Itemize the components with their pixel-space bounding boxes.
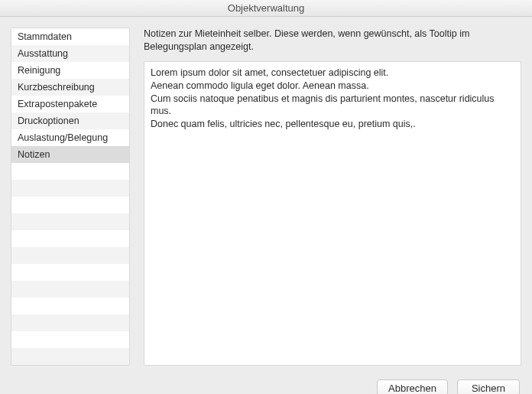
sidebar-item[interactable]: Kurzbeschreibung — [11, 79, 129, 96]
sidebar-item[interactable]: Stammdaten — [11, 28, 129, 45]
sidebar-empty-row — [11, 213, 129, 230]
sidebar-empty-row — [11, 163, 129, 180]
sidebar-item[interactable]: Reinigung — [11, 62, 129, 79]
sidebar-item[interactable]: Auslastung/Belegung — [11, 129, 129, 146]
sidebar-item[interactable]: Druckoptionen — [11, 112, 129, 129]
sidebar-item[interactable]: Extrapostenpakete — [11, 96, 129, 112]
sidebar-item[interactable]: Ausstattung — [11, 45, 129, 62]
sidebar-list: StammdatenAusstattungReinigungKurzbeschr… — [11, 28, 129, 365]
panel-description: Notizen zur Mieteinheit selber. Diese we… — [144, 28, 521, 54]
window-title: Objektverwaltung — [0, 0, 532, 17]
sidebar-empty-row — [11, 298, 129, 314]
sidebar-item[interactable]: Notizen — [11, 146, 129, 163]
sidebar-empty-row — [11, 230, 129, 247]
sidebar-empty-row — [11, 314, 129, 331]
main-panel: Notizen zur Mieteinheit selber. Diese we… — [144, 28, 521, 366]
sidebar-empty-row — [11, 180, 129, 197]
object-management-window: Objektverwaltung StammdatenAusstattungRe… — [0, 0, 532, 394]
sidebar-empty-row — [11, 281, 129, 298]
cancel-button[interactable]: Abbrechen — [377, 379, 448, 394]
sidebar-empty-row — [11, 197, 129, 213]
notes-textarea[interactable] — [144, 61, 521, 366]
sidebar-empty-row — [11, 264, 129, 281]
sidebar-empty-row — [11, 331, 129, 348]
sidebar-empty-row — [11, 247, 129, 264]
content-area: StammdatenAusstattungReinigungKurzbeschr… — [0, 17, 532, 373]
sidebar-empty-row — [11, 348, 129, 365]
sidebar: StammdatenAusstattungReinigungKurzbeschr… — [11, 28, 130, 366]
footer-button-bar: Abbrechen Sichern — [0, 373, 532, 394]
save-button[interactable]: Sichern — [457, 379, 520, 394]
